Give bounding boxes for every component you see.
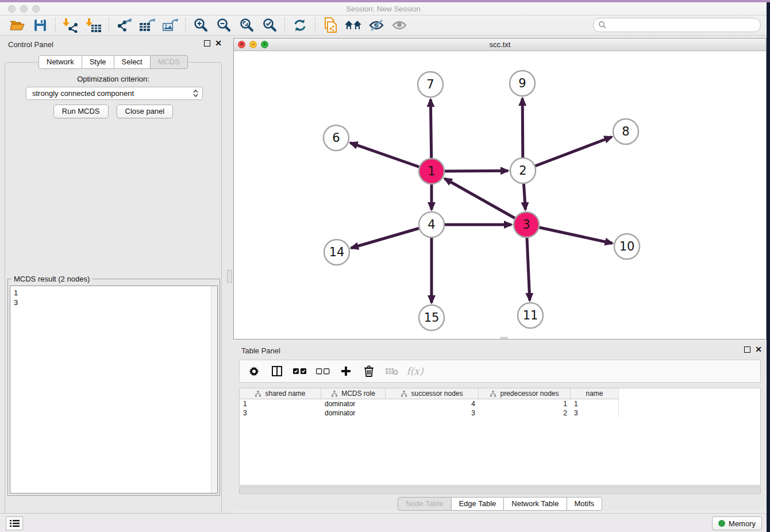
edge-3-1[interactable] <box>445 179 526 225</box>
column-type-icon <box>255 391 261 397</box>
cell-name[interactable]: 3 <box>571 408 619 418</box>
select-all-button[interactable] <box>291 363 309 380</box>
refresh-button[interactable] <box>288 17 311 34</box>
cell-name[interactable]: 1 <box>571 399 619 408</box>
splitter-grip[interactable] <box>227 270 232 283</box>
memory-label: Memory <box>729 519 756 528</box>
cell-predecessor-nodes[interactable]: 1 <box>479 399 571 408</box>
import-table-button[interactable] <box>82 17 105 34</box>
main-toolbar <box>0 16 767 36</box>
import-network-icon <box>63 18 79 33</box>
result-scrollbar[interactable] <box>211 286 217 493</box>
add-icon <box>340 365 352 377</box>
toolbar-separator <box>109 18 109 33</box>
mcds-result-title: MCDS result (2 nodes) <box>11 275 92 283</box>
panel-splitter[interactable] <box>226 36 233 513</box>
node-table[interactable]: shared name MCDS role successor nodes pr… <box>239 388 761 485</box>
network-canvas[interactable]: 7968124314101511 <box>234 51 766 339</box>
tab-edge-table[interactable]: Edge Table <box>451 497 504 511</box>
minimize-view-icon[interactable]: − <box>249 41 257 48</box>
column-header-predecessor-nodes[interactable]: predecessor nodes <box>479 388 571 399</box>
add-button[interactable] <box>337 363 355 380</box>
import-network-button[interactable] <box>59 17 82 34</box>
export-image-button[interactable] <box>159 17 182 34</box>
float-panel-icon[interactable] <box>204 40 210 47</box>
table-row[interactable]: 3 dominator 3 2 3 <box>240 408 760 418</box>
window-resize-grip[interactable] <box>500 337 508 339</box>
export-network-button[interactable] <box>113 17 136 34</box>
tab-style[interactable]: Style <box>82 55 114 69</box>
optimization-criterion-label: Optimization criterion: <box>5 75 221 83</box>
edge-2-8[interactable] <box>523 137 612 171</box>
column-header-shared-name[interactable]: shared name <box>240 388 321 399</box>
zoom-fit-button[interactable] <box>235 17 258 34</box>
first-neighbors-button[interactable] <box>342 17 365 34</box>
maximize-view-icon[interactable]: + <box>261 41 268 48</box>
float-table-panel-icon[interactable] <box>744 346 750 353</box>
delete-table-button[interactable] <box>383 363 401 380</box>
run-mcds-button[interactable]: Run MCDS <box>53 105 109 118</box>
column-label: successor nodes <box>411 390 463 398</box>
gear-button[interactable] <box>245 363 263 380</box>
application-window: Session: New Session <box>0 2 767 532</box>
table-row[interactable]: 1 dominator 4 1 1 <box>240 399 760 408</box>
hide-selected-button[interactable] <box>365 17 388 34</box>
mcds-result-list[interactable]: 1 3 <box>10 286 218 494</box>
network-graph[interactable]: 7968124314101511 <box>234 51 766 339</box>
cell-predecessor-nodes[interactable]: 2 <box>479 408 571 418</box>
tab-motifs[interactable]: Motifs <box>566 497 602 511</box>
search-input[interactable] <box>593 18 761 32</box>
column-layout-button[interactable] <box>268 363 286 380</box>
network-window-titlebar[interactable]: ✕ − + scc.txt <box>234 38 766 51</box>
close-table-panel-icon[interactable]: ✕ <box>755 346 762 353</box>
table-panel-tabs: Node Table Edge Table Network Table Moti… <box>398 497 602 511</box>
export-table-button[interactable] <box>136 17 159 34</box>
zoom-in-button[interactable] <box>189 17 212 34</box>
zoom-selected-icon <box>262 18 277 33</box>
column-label: MCDS role <box>341 390 375 398</box>
cell-mcds-role[interactable]: dominator <box>321 399 386 408</box>
tab-select[interactable]: Select <box>114 55 151 69</box>
minimize-window-icon[interactable] <box>20 5 28 13</box>
zoom-out-icon <box>216 18 231 33</box>
memory-button[interactable]: Memory <box>712 516 762 530</box>
show-all-button[interactable] <box>388 17 411 34</box>
tab-network[interactable]: Network <box>38 55 82 69</box>
tab-node-table[interactable]: Node Table <box>398 497 452 511</box>
cell-successor-nodes[interactable]: 4 <box>386 399 479 408</box>
cell-shared-name[interactable]: 1 <box>240 399 321 408</box>
window-controls[interactable] <box>8 5 40 13</box>
node-label-2: 2 <box>519 164 526 178</box>
hide-selected-icon <box>368 18 384 32</box>
node-label-3: 3 <box>522 218 530 232</box>
delete-button[interactable] <box>360 363 378 380</box>
cell-successor-nodes[interactable]: 3 <box>386 408 479 418</box>
zoom-selected-button[interactable] <box>258 17 281 34</box>
close-window-icon[interactable] <box>8 5 16 13</box>
deselect-all-button[interactable] <box>314 363 332 380</box>
function-builder-icon: f(x) <box>406 365 423 377</box>
close-panel-button[interactable]: Close panel <box>117 105 174 118</box>
close-panel-icon[interactable]: ✕ <box>215 40 222 47</box>
column-label: shared name <box>265 390 305 398</box>
column-header-name[interactable]: name <box>571 388 619 399</box>
function-builder-button[interactable]: f(x) <box>406 363 424 380</box>
optimization-criterion-dropdown[interactable]: strongly connected component <box>26 87 203 100</box>
close-view-icon[interactable]: ✕ <box>238 41 245 48</box>
tab-mcds[interactable]: MCDS <box>150 55 188 69</box>
cell-shared-name[interactable]: 3 <box>240 408 321 418</box>
column-header-successor-nodes[interactable]: successor nodes <box>386 388 479 399</box>
deselect-all-icon <box>316 368 330 375</box>
open-file-button[interactable] <box>6 17 29 34</box>
zoom-out-button[interactable] <box>212 17 235 34</box>
column-header-mcds-role[interactable]: MCDS role <box>321 388 386 399</box>
save-session-button[interactable] <box>29 17 52 34</box>
cell-mcds-role[interactable]: dominator <box>321 408 386 418</box>
duplicate-network-button[interactable] <box>319 17 342 34</box>
first-neighbors-icon <box>344 18 363 32</box>
maximize-window-icon[interactable] <box>32 5 40 13</box>
horizontal-scrollbar[interactable] <box>239 487 761 494</box>
tab-network-table[interactable]: Network Table <box>503 497 567 511</box>
node-label-4: 4 <box>428 218 435 232</box>
task-history-button[interactable] <box>6 516 23 530</box>
